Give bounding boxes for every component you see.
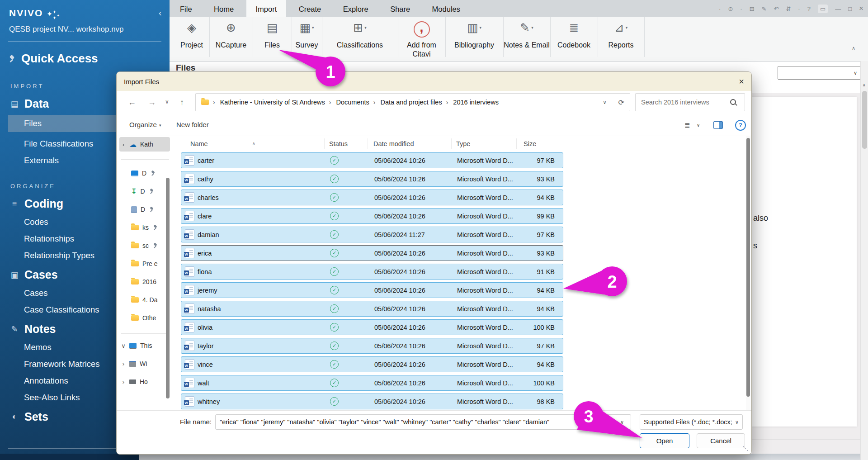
ribbon-button-codebook[interactable]: ≣ Codebook xyxy=(550,17,598,57)
file-name-dropdown-icon[interactable]: ∨ xyxy=(620,419,624,425)
view-mode-icon[interactable]: ≣ xyxy=(684,121,690,129)
status-bar xyxy=(139,454,868,460)
column-header-type[interactable]: Type xyxy=(451,138,516,149)
sidebar-item-quick-access[interactable]: Quick Access xyxy=(9,52,170,66)
breadcrumb-segment[interactable]: 2016 interviews xyxy=(442,99,499,106)
close-dialog-button[interactable]: × xyxy=(739,76,744,87)
file-list-scrollbar[interactable] xyxy=(746,136,750,410)
tree-item-folder[interactable]: 2016 xyxy=(119,273,171,291)
edit-icon[interactable]: ✎ xyxy=(762,5,767,12)
file-row[interactable]: damian✓05/06/2024 11:27Microsoft Word D.… xyxy=(181,227,563,242)
search-input[interactable] xyxy=(635,93,745,111)
forward-button[interactable]: → xyxy=(148,98,156,107)
ribbon-button-bibliography[interactable]: ▥ Bibliography xyxy=(445,17,504,57)
tab-modules[interactable]: Modules xyxy=(423,0,470,17)
ribbon-button-classifications[interactable]: ⊞ Classifications xyxy=(322,17,398,57)
ribbon-button-survey[interactable]: ▦ Survey xyxy=(292,17,322,57)
breadcrumb-segment[interactable]: Data and project files xyxy=(369,99,442,106)
tab-import[interactable]: Import xyxy=(246,0,287,17)
help-icon[interactable]: ? xyxy=(735,120,746,131)
tree-item-folder[interactable]: ks xyxy=(119,218,171,237)
ribbon-button-files[interactable]: ▤ Files xyxy=(253,17,292,57)
open-button[interactable]: Open xyxy=(640,433,689,448)
ribbon-button-project[interactable]: ◈ Project xyxy=(174,17,210,57)
file-row[interactable]: cathy✓05/06/2024 10:26Microsoft Word D..… xyxy=(181,171,563,187)
back-button[interactable]: ← xyxy=(128,98,136,107)
tree-scrollbar[interactable] xyxy=(166,178,170,398)
ribbon-button-add-from-citavi[interactable]: , Add from Citavi xyxy=(398,17,446,57)
help-icon[interactable]: ? xyxy=(807,5,811,12)
file-row[interactable]: taylor✓05/06/2024 10:26Microsoft Word D.… xyxy=(181,338,563,354)
word-file-icon xyxy=(185,248,194,258)
tab-create[interactable]: Create xyxy=(289,0,331,17)
preview-pane-icon[interactable] xyxy=(713,121,723,129)
main-dropdown[interactable]: ∨ xyxy=(778,66,861,80)
file-row[interactable]: walt✓05/06/2024 10:26Microsoft Word D...… xyxy=(181,375,563,391)
tree-item-folder[interactable]: 4. Da xyxy=(119,291,171,309)
undo-icon[interactable]: ↶ xyxy=(774,5,779,12)
view-mode-dropdown-icon[interactable]: ∨ xyxy=(697,123,700,128)
folder-icon xyxy=(131,261,139,266)
tab-share[interactable]: Share xyxy=(381,0,420,17)
collapse-ribbon-icon[interactable]: ∧ xyxy=(852,45,855,51)
resize-grip-icon[interactable]: ⋱ xyxy=(742,445,749,452)
file-row[interactable]: olivia✓05/06/2024 10:26Microsoft Word D.… xyxy=(181,319,563,335)
column-header-status[interactable]: Status xyxy=(324,138,368,149)
ribbon-button-ncapture[interactable]: ⊕ NCapture xyxy=(209,17,253,57)
search-icon[interactable] xyxy=(730,99,736,105)
column-header-date-modified[interactable]: Date modified xyxy=(368,138,451,149)
file-row[interactable]: jeremy✓05/06/2024 10:26Microsoft Word D.… xyxy=(181,282,563,298)
minimize-button[interactable]: — xyxy=(835,5,841,12)
save-icon[interactable]: ⊟ xyxy=(750,5,755,12)
footer-divider xyxy=(117,410,751,411)
sort-ascending-icon: ∧ xyxy=(252,138,255,149)
organize-menu[interactable]: Organize xyxy=(129,121,161,128)
address-dropdown-icon[interactable]: ∨ xyxy=(603,100,607,105)
breadcrumb-segment[interactable]: Katherine - University of St Andrews xyxy=(209,99,325,106)
file-row[interactable]: whitney✓05/06/2024 10:26Microsoft Word D… xyxy=(181,394,563,409)
account-icon[interactable]: ⊙ xyxy=(728,5,733,12)
address-bar[interactable]: Katherine - University of St Andrews Doc… xyxy=(195,93,630,111)
tree-item-folder[interactable]: Othe xyxy=(119,309,171,327)
tree-item-this-pc[interactable]: ∨This xyxy=(119,337,171,355)
breadcrumb-segment[interactable]: Documents xyxy=(325,99,369,106)
scroll-up-icon[interactable]: ∧ xyxy=(863,83,866,87)
column-header-name[interactable]: Name∧ xyxy=(181,138,324,149)
file-row[interactable]: carter✓05/06/2024 10:26Microsoft Word D.… xyxy=(181,152,563,168)
collapse-sidebar-button[interactable]: ‹ xyxy=(159,8,162,18)
ribbon-button-notes-email[interactable]: ✎ Notes & Email xyxy=(503,17,551,57)
refresh-icon[interactable]: ⟳ xyxy=(618,98,624,107)
file-row[interactable]: charles✓05/06/2024 10:26Microsoft Word D… xyxy=(181,190,563,205)
file-row[interactable]: erica✓05/06/2024 10:26Microsoft Word D..… xyxy=(181,245,563,261)
scrollbar-thumb[interactable] xyxy=(862,91,867,149)
tree-item-documents[interactable]: D xyxy=(119,200,171,218)
tab-home[interactable]: Home xyxy=(204,0,243,17)
file-type-filter[interactable]: Supported Files (*.doc; *.docx; * ∨ xyxy=(640,414,743,430)
file-row[interactable]: vince✓05/06/2024 10:26Microsoft Word D..… xyxy=(181,356,563,372)
restore-button[interactable]: □ xyxy=(848,5,852,12)
file-row[interactable]: clare✓05/06/2024 10:26Microsoft Word D..… xyxy=(181,208,563,224)
new-folder-button[interactable]: New folder xyxy=(176,121,209,128)
tree-item-folder[interactable]: Pre e xyxy=(119,255,171,273)
main-scrollbar[interactable]: ∧ xyxy=(860,61,868,460)
tree-item-network[interactable]: ›Wi xyxy=(119,355,171,373)
up-button[interactable]: ↑ xyxy=(180,98,184,107)
tab-explore[interactable]: Explore xyxy=(334,0,378,17)
scrollbar-thumb[interactable] xyxy=(746,138,750,397)
file-name-input[interactable] xyxy=(215,414,631,430)
quick-access-arrows-icon[interactable]: ⇵ xyxy=(786,5,791,12)
close-window-button[interactable]: × xyxy=(859,4,863,13)
ribbon-button-reports[interactable]: ⊿ Reports xyxy=(598,17,645,57)
recent-locations-icon[interactable]: ∨ xyxy=(165,99,169,105)
tree-item-onedrive[interactable]: › ☁ Kath xyxy=(119,137,170,152)
feedback-icon[interactable]: ▭ xyxy=(818,5,828,13)
tab-file[interactable]: File xyxy=(170,0,202,17)
tree-item-folder[interactable]: sc xyxy=(119,237,171,255)
column-header-size[interactable]: Size xyxy=(516,138,563,149)
tree-item-downloads[interactable]: ↧D xyxy=(119,182,171,200)
cancel-button[interactable]: Cancel xyxy=(697,433,745,448)
tree-item-desktop[interactable]: D xyxy=(119,164,171,182)
tree-item-homegroup[interactable]: ›Ho xyxy=(119,373,171,391)
file-row[interactable]: natasha✓05/06/2024 10:26Microsoft Word D… xyxy=(181,301,563,317)
file-row[interactable]: fiona✓05/06/2024 10:26Microsoft Word D..… xyxy=(181,264,563,280)
